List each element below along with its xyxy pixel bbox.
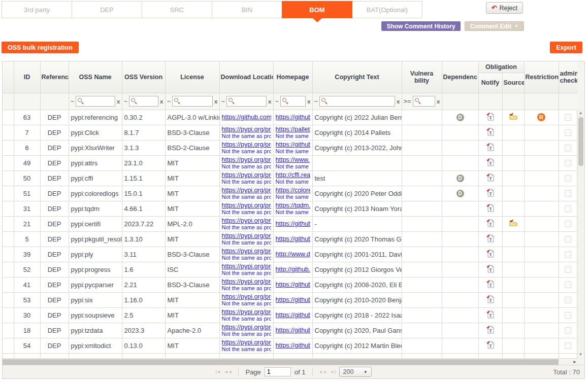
table-row[interactable]: 41 DEP pypi:pycparser 2.21 BSD-3-Clause … (3, 277, 577, 292)
homepage-link[interactable]: https://github (276, 141, 310, 148)
reject-button[interactable]: ↶ Reject (486, 2, 523, 14)
table-row[interactable]: 6 DEP pypi:XlsxWriter 3.1.3 BSD-2-Clause… (3, 140, 577, 155)
filter-clear-button[interactable]: x (307, 98, 310, 105)
notify-icon[interactable]: T (486, 158, 494, 166)
page-number-input[interactable] (265, 367, 291, 376)
notify-icon[interactable]: T (486, 173, 494, 182)
download-link[interactable]: https://pypi.org/pro (222, 308, 271, 316)
vertical-scrollbar-thumb[interactable] (578, 117, 583, 166)
first-page-button[interactable]: |◄ (215, 369, 220, 374)
admin-check-checkbox[interactable] (565, 327, 571, 334)
homepage-link[interactable]: https://github (276, 296, 310, 303)
admin-check-checkbox[interactable] (565, 266, 571, 273)
notify-icon[interactable]: T (486, 280, 494, 288)
column-header-license[interactable]: License (165, 61, 219, 93)
download-link[interactable]: https://pypi.org/pro (222, 248, 271, 255)
homepage-link[interactable]: https://github (276, 235, 310, 242)
filter-clear-button[interactable]: x (437, 98, 440, 105)
table-row[interactable]: 63 DEP pypi:referencing 0.30.2 AGPL-3.0 … (3, 110, 577, 125)
admin-check-checkbox[interactable] (565, 175, 571, 182)
notify-icon[interactable]: T (486, 265, 494, 273)
homepage-link[interactable]: https://colore (276, 187, 310, 194)
column-header-admin-check[interactable]: admin check (559, 61, 577, 93)
notify-icon[interactable]: T (486, 326, 494, 334)
homepage-link[interactable]: https://tqdm. (276, 202, 310, 209)
column-header-reference[interactable]: Referenc (40, 61, 69, 93)
notify-icon[interactable]: T (486, 128, 494, 136)
download-link[interactable]: https://pypi.org/pro (222, 202, 271, 209)
admin-check-checkbox[interactable] (565, 342, 571, 349)
source-icon[interactable] (509, 113, 517, 120)
vertical-scrollbar[interactable]: ▲ ▼ (577, 110, 584, 358)
column-header-download-location[interactable]: Download Locatio (219, 61, 273, 93)
admin-check-checkbox[interactable] (565, 236, 571, 242)
download-link[interactable]: https://pypi.org/pro (222, 263, 271, 270)
homepage-link[interactable]: https://github (276, 311, 310, 319)
column-header-homepage[interactable]: Homepage (273, 61, 312, 93)
notify-icon[interactable]: T (486, 341, 494, 349)
admin-check-checkbox[interactable] (565, 160, 571, 166)
table-row[interactable]: 52 DEP pypi:progress 1.6 ISC https://pyp… (3, 262, 577, 277)
next-page-button[interactable]: ►► (319, 369, 328, 374)
filter-clear-button[interactable]: x (397, 98, 400, 105)
homepage-link[interactable]: https://github (276, 342, 310, 349)
column-header-dependencies[interactable]: Dependenc (442, 61, 478, 93)
column-header-notify[interactable]: Notify (478, 73, 502, 93)
homepage-link[interactable]: https://github (276, 281, 310, 288)
last-page-button[interactable]: ►| (331, 369, 335, 374)
homepage-link[interactable]: https://pallets (276, 126, 310, 133)
download-link[interactable]: https://pypi.org/pro (222, 187, 271, 194)
tab-bat-optional-[interactable]: BAT(Optional) (352, 1, 422, 18)
download-link[interactable]: https://pypi.org/pro (222, 278, 271, 285)
download-link[interactable]: https://pypi.org/pro (222, 293, 271, 300)
download-link[interactable]: https://pypi.org/pro (222, 339, 271, 346)
scroll-up-icon[interactable]: ▲ (579, 110, 583, 117)
notify-icon[interactable]: T (486, 295, 494, 303)
notify-icon[interactable]: T (486, 310, 494, 319)
table-row[interactable]: 51 DEP pypi:coloredlogs 15.0.1 MIT https… (3, 186, 577, 201)
table-row[interactable]: 50 DEP pypi:cffi 1.15.1 MIT https://pypi… (3, 170, 577, 186)
tab-src[interactable]: SRC (142, 1, 212, 18)
column-header-source[interactable]: Source (502, 73, 524, 93)
notify-icon[interactable]: T (486, 143, 494, 151)
notify-icon[interactable]: T (486, 219, 494, 227)
filter-clear-button[interactable]: x (268, 98, 271, 105)
page-size-select[interactable]: 200 ▼ (339, 367, 372, 377)
download-link[interactable]: https://github.com/ (222, 114, 271, 121)
homepage-link[interactable]: http://www.d (276, 251, 310, 258)
column-header-oss-name[interactable]: OSS Name (69, 61, 122, 93)
download-link[interactable]: https://pypi.org/pro (222, 156, 271, 163)
horizontal-scrollbar[interactable]: ► (3, 358, 578, 365)
prev-page-button[interactable]: ◄◄ (224, 369, 232, 374)
admin-check-checkbox[interactable] (565, 145, 571, 151)
tab-bin[interactable]: BIN (212, 1, 282, 18)
column-header-restriction[interactable]: Restriction (524, 61, 559, 93)
copyright-filter-input[interactable] (319, 96, 395, 107)
table-row[interactable]: 18 DEP pypi:tzdata 2023.3 Apache-2.0 htt… (3, 323, 577, 338)
filter-clear-button[interactable]: x (214, 98, 217, 105)
admin-check-checkbox[interactable] (565, 129, 571, 136)
notify-icon[interactable]: T (486, 113, 494, 121)
homepage-link[interactable]: http://github. (276, 266, 310, 273)
homepage-link[interactable]: https://github (276, 114, 310, 121)
download-link[interactable]: https://pypi.org/pro (222, 232, 271, 239)
notify-icon[interactable]: T (486, 250, 494, 258)
tab-3rd-party[interactable]: 3rd party (2, 1, 72, 18)
source-icon[interactable] (509, 219, 517, 227)
table-row[interactable]: 30 DEP pypi:soupsieve 2.5 MIT https://py… (3, 307, 577, 323)
scroll-down-icon[interactable]: ▼ (579, 351, 583, 358)
column-header-copyright[interactable]: Copyright Text (312, 61, 402, 93)
table-row[interactable]: 31 DEP pypi:tqdm 4.66.1 MIT https://pypi… (3, 201, 577, 216)
homepage-link[interactable]: https://github (276, 220, 310, 227)
admin-check-checkbox[interactable] (565, 282, 571, 288)
notify-icon[interactable]: T (486, 234, 494, 242)
download-link[interactable]: https://pypi.org/pro (222, 171, 271, 179)
download-link[interactable]: https://pypi.org/pro (222, 217, 271, 224)
table-row[interactable]: 5 DEP pypi:pkgutil_resolve 1.3.10 MIT ht… (3, 231, 577, 247)
notify-icon[interactable]: T (486, 189, 494, 197)
table-row[interactable]: https://pypi.org/pro https://github D T (3, 353, 577, 358)
homepage-link[interactable]: http://cffi.rea (276, 171, 310, 179)
column-header-vulnerability[interactable]: Vulnera bility (402, 61, 442, 93)
table-row[interactable]: 49 DEP pypi:attrs 23.1.0 MIT https://pyp… (3, 155, 577, 170)
column-header-id[interactable]: ID (14, 61, 40, 93)
